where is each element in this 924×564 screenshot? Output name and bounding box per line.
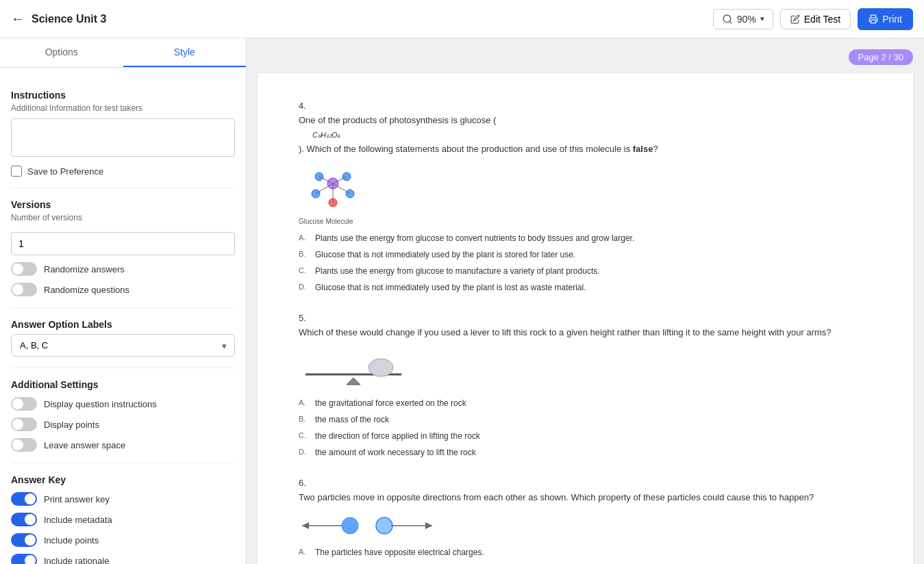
option-text: Glucose that is not immediately used by … <box>315 281 586 294</box>
include-metadata-label: Include metadata <box>44 515 112 525</box>
tab-options[interactable]: Options <box>0 38 123 67</box>
include-metadata-toggle[interactable] <box>11 513 37 526</box>
glucose-molecule-svg <box>299 163 367 218</box>
page-badge: Page 2 / 30 <box>849 49 914 65</box>
edit-test-button[interactable]: Edit Test <box>780 9 851 29</box>
sidebar-tabs: Options Style <box>0 38 246 68</box>
additional-settings-title: Additional Settings <box>11 379 235 390</box>
answer-key-title: Answer Key <box>11 474 235 485</box>
option-text: the gravitational force exerted on the r… <box>315 397 466 409</box>
glucose-molecule-image: Glucose Molecule <box>299 163 872 225</box>
randomize-questions-label: Randomize questions <box>44 285 129 295</box>
glucose-molecule-label: Glucose Molecule <box>299 218 353 225</box>
question-5: 5. Which of these would change if you us… <box>299 313 872 459</box>
option-letter: A. <box>299 546 310 558</box>
question-5-text: Which of these would change if you used … <box>299 326 872 340</box>
list-item: A. The particles have opposite electrica… <box>299 546 872 559</box>
print-answer-key-row: Print answer key <box>11 492 235 506</box>
option-text: the direction of force applied in liftin… <box>315 430 480 442</box>
svg-point-0 <box>723 15 731 23</box>
list-item: C. Plants use the energy from glucose to… <box>299 265 872 277</box>
option-text: Glucose that is not immediately used by … <box>315 248 575 261</box>
include-rationale-toggle[interactable] <box>11 554 37 564</box>
display-points-row: Display points <box>11 418 235 431</box>
page-title: Science Unit 3 <box>32 13 106 25</box>
search-icon <box>722 14 733 25</box>
versions-title: Versions <box>11 199 235 210</box>
divider-3 <box>11 368 235 368</box>
display-question-instructions-toggle[interactable] <box>11 397 37 411</box>
instructions-title: Instructions <box>11 90 235 101</box>
option-letter: D. <box>299 281 310 293</box>
particles-svg <box>299 512 436 539</box>
particles-image <box>299 512 872 539</box>
svg-point-16 <box>369 359 393 376</box>
print-answer-key-label: Print answer key <box>44 494 110 504</box>
print-button[interactable]: Print <box>858 8 913 30</box>
leave-answer-space-toggle[interactable] <box>11 438 37 452</box>
display-points-toggle[interactable] <box>11 418 37 431</box>
pencil-icon <box>790 14 800 24</box>
question-6-text: Two particles move in opposite direction… <box>299 491 872 505</box>
display-points-label: Display points <box>44 420 99 430</box>
header: ← Science Unit 3 90% ▾ Edit Test Print <box>0 0 924 38</box>
answer-option-labels-title: Answer Option Labels <box>11 319 235 330</box>
randomize-answers-label: Randomize answers <box>44 264 125 274</box>
option-letter: C. <box>299 430 310 441</box>
leave-answer-space-label: Leave answer space <box>44 440 125 450</box>
question-4-options: A. Plants use the energy from glucose to… <box>299 232 872 294</box>
tab-style[interactable]: Style <box>123 38 247 67</box>
print-label: Print <box>882 14 902 25</box>
divider-2 <box>11 307 235 308</box>
list-item: B. the mass of the rock <box>299 413 872 426</box>
option-letter: B. <box>299 248 310 260</box>
header-left: ← Science Unit 3 <box>11 11 106 27</box>
divider-4 <box>11 463 235 463</box>
leave-answer-space-row: Leave answer space <box>11 438 235 452</box>
option-letter: B. <box>299 413 310 425</box>
save-preference-checkbox[interactable] <box>11 166 22 177</box>
main-layout: Options Style Instructions Additional In… <box>0 38 924 564</box>
versions-input[interactable] <box>11 232 235 255</box>
back-button[interactable]: ← <box>11 11 25 27</box>
randomize-questions-toggle[interactable] <box>11 283 37 296</box>
list-item: A. the gravitational force exerted on th… <box>299 397 872 409</box>
display-question-instructions-row: Display question instructions <box>11 397 235 411</box>
option-text: Plants use the energy from glucose to co… <box>315 232 634 244</box>
list-item: A. Plants use the energy from glucose to… <box>299 232 872 244</box>
include-points-toggle[interactable] <box>11 533 37 547</box>
display-question-instructions-label: Display question instructions <box>44 399 157 409</box>
svg-point-19 <box>376 517 392 534</box>
svg-line-1 <box>729 21 732 23</box>
question-6-number: 6. <box>299 478 872 488</box>
zoom-selector[interactable]: 90% ▾ <box>713 9 773 29</box>
instructions-textarea[interactable] <box>11 118 235 157</box>
question-5-options: A. the gravitational force exerted on th… <box>299 397 872 459</box>
header-right: 90% ▾ Edit Test Print <box>713 8 913 30</box>
question-6-options: A. The particles have opposite electrica… <box>299 546 872 564</box>
include-rationale-row: Include rationale <box>11 554 235 564</box>
option-text: the mass of the rock <box>315 413 389 426</box>
include-points-row: Include points <box>11 533 235 547</box>
include-metadata-row: Include metadata <box>11 513 235 526</box>
option-letter: D. <box>299 446 310 458</box>
randomize-answers-row: Randomize answers <box>11 262 235 276</box>
include-points-label: Include points <box>44 535 99 546</box>
divider-1 <box>11 188 235 188</box>
sidebar-content: Instructions Additional Information for … <box>0 68 246 564</box>
print-answer-key-toggle[interactable] <box>11 492 37 506</box>
question-4-text: One of the products of photosynthesis is… <box>299 114 872 156</box>
question-5-number: 5. <box>299 313 872 323</box>
include-rationale-label: Include rationale <box>44 556 109 565</box>
svg-marker-21 <box>302 522 309 529</box>
question-4: 4. One of the products of photosynthesis… <box>299 101 872 294</box>
list-item: D. the amount of work necessary to lift … <box>299 446 872 459</box>
question-4-number: 4. <box>299 101 872 111</box>
list-item: D. Glucose that is not immediately used … <box>299 281 872 294</box>
answer-option-labels-wrapper: A, B, C 1, 2, 3 ▾ <box>11 334 235 357</box>
list-item: B. Glucose that is not immediately used … <box>299 248 872 261</box>
save-preference-label: Save to Preference <box>27 166 103 177</box>
randomize-answers-toggle[interactable] <box>11 262 37 276</box>
answer-option-labels-select[interactable]: A, B, C 1, 2, 3 <box>11 334 235 357</box>
option-letter: C. <box>299 265 310 277</box>
